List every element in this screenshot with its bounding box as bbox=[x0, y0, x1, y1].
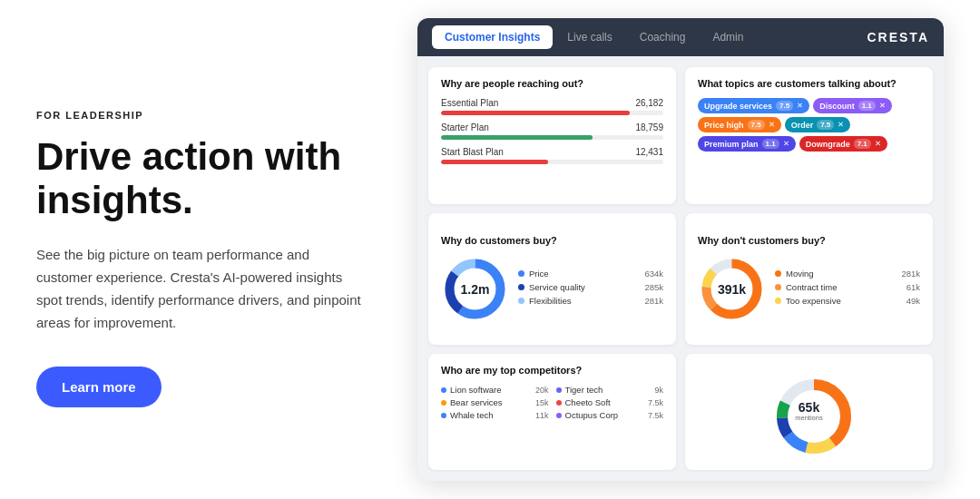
comp-1: Lion software20k bbox=[441, 385, 549, 395]
mentions-text: mentions bbox=[795, 416, 822, 423]
topics-tags: Upgrade services 7.5 ✕ Discount 1.1 ✕ Pr… bbox=[698, 98, 920, 152]
reach-label-3: Start Blast Plan bbox=[441, 147, 504, 157]
mentions-label: 65k mentions bbox=[795, 401, 822, 423]
tag-price-high[interactable]: Price high 7.5 ✕ bbox=[698, 117, 781, 132]
learn-more-button[interactable]: Learn more bbox=[36, 367, 162, 407]
mentions-num: 65k bbox=[795, 401, 822, 415]
tab-admin[interactable]: Admin bbox=[700, 25, 756, 49]
card-mentions: 65k mentions bbox=[685, 354, 933, 470]
mentions-donut: 65k mentions bbox=[773, 376, 846, 448]
reach-val-2: 18,759 bbox=[635, 122, 663, 132]
dashboard-nav: Customer Insights Live calls Coaching Ad… bbox=[417, 18, 944, 56]
tab-coaching[interactable]: Coaching bbox=[627, 25, 699, 49]
tab-live-calls[interactable]: Live calls bbox=[554, 25, 624, 49]
card-topics: What topics are customers talking about?… bbox=[685, 67, 933, 204]
card-topics-title: What topics are customers talking about? bbox=[698, 78, 920, 89]
no-buy-donut-label: 391k bbox=[718, 283, 746, 296]
buy-donut-label: 1.2m bbox=[461, 283, 490, 296]
card-reach-title: Why are people reaching out? bbox=[441, 78, 663, 89]
no-buy-legend: Moving281k Contract time61k Too expensiv… bbox=[775, 269, 920, 309]
comp-2: Tiger tech9k bbox=[556, 385, 664, 395]
reach-row-2: Starter Plan 18,759 bbox=[441, 122, 663, 140]
card-buy: Why do customers buy? 1.2m bbox=[428, 213, 676, 345]
card-no-buy: Why don't customers buy? 391k bbox=[685, 213, 933, 345]
card-competitors: Who are my top competitors? Lion softwar… bbox=[428, 354, 676, 470]
tag-downgrade[interactable]: Downgrade 7.1 ✕ bbox=[799, 136, 887, 152]
right-panel: Customer Insights Live calls Coaching Ad… bbox=[399, 0, 980, 499]
reach-row-1: Essential Plan 26,182 bbox=[441, 98, 663, 115]
buy-donut: 1.2m bbox=[441, 255, 509, 323]
dashboard: Customer Insights Live calls Coaching Ad… bbox=[417, 18, 944, 481]
cresta-logo: CRESTA bbox=[867, 30, 929, 44]
card-buy-title: Why do customers buy? bbox=[441, 235, 663, 246]
reach-val-3: 12,431 bbox=[635, 147, 663, 157]
tag-upgrade[interactable]: Upgrade services 7.5 ✕ bbox=[698, 98, 809, 113]
competitors-grid: Lion software20k Tiger tech9k Bear servi… bbox=[441, 385, 663, 420]
comp-5: Whale tech11k bbox=[441, 410, 549, 420]
comp-4: Cheeto Soft7.5k bbox=[556, 397, 664, 407]
tag-order[interactable]: Order 7.5 ✕ bbox=[785, 117, 851, 132]
headline: Drive action with insights. bbox=[36, 135, 363, 223]
left-panel: FOR LEADERSHIP Drive action with insight… bbox=[0, 0, 399, 499]
for-leadership-label: FOR LEADERSHIP bbox=[36, 110, 363, 121]
reach-val-1: 26,182 bbox=[635, 98, 663, 108]
reach-label-2: Starter Plan bbox=[441, 122, 489, 132]
comp-6: Octupus Corp7.5k bbox=[556, 410, 664, 420]
tab-customer-insights[interactable]: Customer Insights bbox=[432, 25, 553, 49]
card-reach-out: Why are people reaching out? Essential P… bbox=[428, 67, 676, 204]
tag-discount[interactable]: Discount 1.1 ✕ bbox=[813, 98, 892, 113]
comp-3: Bear services15k bbox=[441, 397, 549, 407]
buy-legend: Price634k Service quality285k Flexibilit… bbox=[518, 269, 663, 309]
dashboard-body: Why are people reaching out? Essential P… bbox=[417, 56, 944, 481]
card-no-buy-title: Why don't customers buy? bbox=[698, 235, 920, 246]
card-competitors-title: Who are my top competitors? bbox=[441, 365, 663, 376]
reach-label-1: Essential Plan bbox=[441, 98, 498, 108]
no-buy-donut: 391k bbox=[698, 255, 766, 323]
reach-row-3: Start Blast Plan 12,431 bbox=[441, 147, 663, 164]
tag-premium-plan[interactable]: Premium plan 1.1 ✕ bbox=[698, 136, 796, 152]
description: See the big picture on team performance … bbox=[36, 244, 363, 334]
